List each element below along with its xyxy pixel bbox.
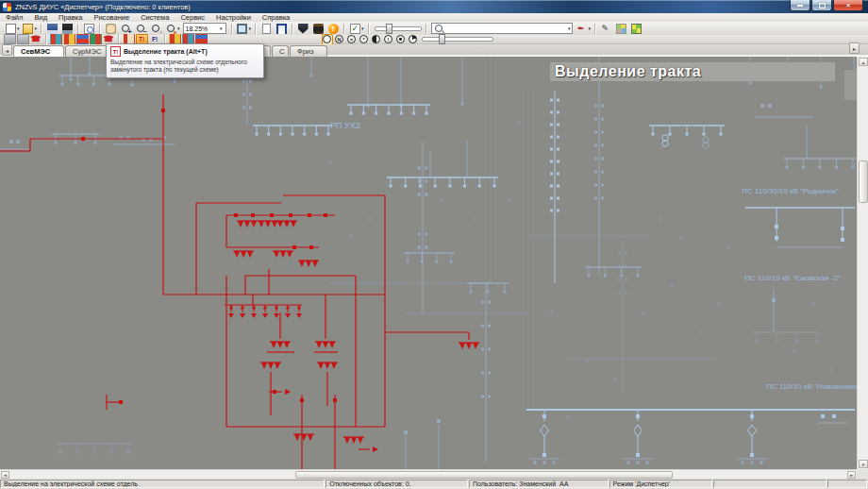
toolbar-separator: [343, 24, 344, 34]
phone-icon[interactable]: ☎: [30, 34, 42, 44]
circle-exclamation-icon[interactable]: !: [383, 34, 394, 45]
zoom-in-icon: [121, 24, 131, 34]
search-input[interactable]: [445, 24, 569, 33]
opacity-slider[interactable]: [375, 24, 420, 33]
relay-b-icon[interactable]: [63, 34, 75, 44]
window-layout-icon: [276, 24, 287, 34]
shield-icon: [298, 24, 309, 34]
tab-Фриз[interactable]: Фриз: [290, 45, 327, 57]
tab-scroll-left-button[interactable]: ◂: [2, 44, 12, 56]
menu-item-Справка[interactable]: Справка: [257, 13, 295, 22]
menu-item-Сервис[interactable]: Сервис: [175, 13, 210, 22]
minimize-button[interactable]: [790, 0, 810, 11]
tract-banner: Выделение тракта: [550, 62, 835, 81]
page-setup-icon: [262, 24, 271, 34]
scroll-left-button[interactable]: ◂: [1, 471, 9, 479]
toolbar-separator: [99, 24, 100, 34]
pen-button[interactable]: [599, 22, 613, 35]
title-bar[interactable]: ZNZvS ДИУС «Диспетчер» (Подключено: 0 кл…: [0, 0, 868, 13]
menu-item-Правка[interactable]: Правка: [53, 13, 88, 22]
checkbox-dropdown-icon: [350, 24, 360, 34]
relay-a-icon[interactable]: [50, 34, 62, 44]
circle-star-icon[interactable]: *: [359, 34, 370, 45]
binoculars-icon: [313, 24, 324, 34]
print-preview-button[interactable]: [82, 22, 96, 35]
save-button[interactable]: [45, 22, 59, 35]
tract-tool-icon: Т!: [110, 46, 121, 57]
warning-icon: [328, 24, 339, 34]
zoom-window-icon: [151, 24, 161, 34]
circle-outline-icon[interactable]: [322, 34, 333, 45]
warning-button[interactable]: [326, 22, 341, 35]
circle-x-icon[interactable]: ×: [346, 34, 358, 45]
circle-dot-icon[interactable]: [395, 34, 407, 45]
substation-label: ПС 110/35/10 кВ "Родничок": [742, 187, 839, 195]
circle-half-icon[interactable]: [371, 34, 382, 45]
palette-button[interactable]: [614, 22, 628, 35]
checkbox-dropdown-button[interactable]: [348, 22, 362, 35]
toolbar-separator: [231, 24, 232, 34]
vertical-scroll-thumb[interactable]: [859, 160, 868, 203]
close-button[interactable]: ×: [833, 0, 863, 11]
window-layout-button[interactable]: [275, 22, 289, 35]
menu-item-Вид[interactable]: Вид: [28, 13, 53, 22]
menu-item-Файл[interactable]: Файл: [0, 13, 28, 22]
scrollbar-corner: [857, 469, 868, 479]
shield-button[interactable]: [296, 22, 310, 35]
tab-scroll-right-button[interactable]: ▸: [849, 42, 860, 54]
scroll-right-button[interactable]: ▸: [847, 471, 856, 479]
toolbar-separator: [255, 24, 256, 34]
scroll-up-button[interactable]: ▴: [859, 58, 868, 66]
open-document-button[interactable]: [21, 22, 35, 35]
circle-exclamation-icon-glyph: !: [384, 35, 392, 43]
display-filter-slider[interactable]: [422, 35, 492, 44]
toolbar-separator: [77, 24, 78, 34]
tab-СевМЭС[interactable]: СевМЭС: [13, 45, 64, 57]
circle-n-icon[interactable]: N: [334, 34, 345, 45]
chevron-down-icon: ▾: [220, 25, 223, 31]
circle-quarter-icon[interactable]: [408, 34, 419, 45]
save-icon: [47, 24, 58, 34]
new-document-button[interactable]: [4, 22, 18, 35]
menu-item-Рисование[interactable]: Рисование: [88, 13, 135, 22]
binoculars-button[interactable]: [311, 22, 326, 35]
schematic-canvas[interactable]: Выделение тракта РП УХЗПС 110/35/10 кВ "…: [0, 57, 857, 469]
zoom-out-button[interactable]: [134, 22, 148, 35]
close-icon: ×: [846, 2, 851, 9]
menu-item-Система[interactable]: Система: [135, 13, 175, 22]
grid-snap-button[interactable]: [629, 22, 643, 35]
window-title: ZNZvS ДИУС «Диспетчер» (Подключено: 0 кл…: [15, 3, 191, 11]
status-segment-2: Отключенных объектов: 0.: [326, 480, 468, 488]
zoom-level-combo[interactable]: 18.25%▾: [183, 23, 226, 34]
save-all-button[interactable]: [60, 22, 75, 35]
pan-hand-button[interactable]: [104, 22, 118, 35]
circle-quarter-icon-glyph: [409, 35, 417, 43]
shortcuts-icon[interactable]: [4, 34, 16, 44]
relay-d-icon[interactable]: [90, 34, 102, 44]
status-segment-3: Пользователь: Знаменский_АА: [469, 480, 609, 488]
menu-item-Настройки[interactable]: Настройки: [210, 13, 257, 22]
zoom-in-button[interactable]: [119, 22, 133, 35]
substation-label: РП УХЗ: [330, 121, 360, 130]
tab-С[interactable]: С: [272, 45, 289, 57]
toolbar-separator: [41, 24, 42, 34]
vertical-scrollbar[interactable]: ▴ ▾: [857, 57, 868, 469]
relay-c-icon[interactable]: [76, 34, 89, 44]
wand-button[interactable]: [575, 22, 589, 35]
toolbar-separator: [45, 34, 46, 44]
slider-track: [422, 37, 493, 42]
tooltip-body: Выделение на электрической схеме отдельн…: [110, 59, 259, 75]
scroll-down-button[interactable]: ▾: [859, 460, 868, 468]
zoom-dynamic-button[interactable]: [164, 22, 178, 35]
search-icon: [435, 25, 442, 32]
zoom-window-button[interactable]: [149, 22, 163, 35]
slider-thumb[interactable]: [386, 24, 392, 34]
horizontal-scrollbar[interactable]: ◂ ▸: [0, 469, 857, 479]
search-combo[interactable]: ▾: [431, 23, 573, 34]
slider-thumb[interactable]: [439, 34, 445, 44]
links-icon[interactable]: [17, 34, 29, 44]
horizontal-scroll-thumb[interactable]: [295, 471, 673, 479]
maximize-button[interactable]: [811, 0, 832, 11]
page-setup-button[interactable]: [259, 22, 274, 35]
monitor-button[interactable]: [235, 22, 249, 35]
